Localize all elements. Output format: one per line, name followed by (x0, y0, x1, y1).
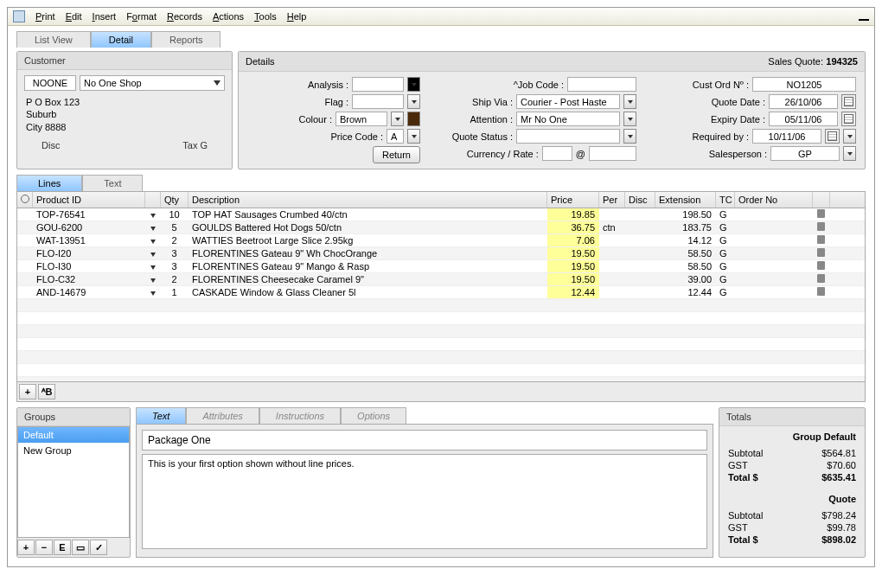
required-dropdown[interactable] (843, 129, 856, 144)
flag-field[interactable] (352, 94, 404, 109)
group-add-button[interactable]: + (17, 540, 35, 555)
grid-body[interactable]: TOP-7654110TOP HAT Sausages Crumbed 40/c… (17, 208, 865, 381)
table-row[interactable]: TOP-7654110TOP HAT Sausages Crumbed 40/c… (17, 208, 865, 221)
col-disc[interactable]: Disc (625, 192, 655, 208)
shipvia-dropdown[interactable] (623, 94, 636, 109)
package-text-field[interactable]: This is your first option shown without … (142, 454, 707, 549)
table-row-empty[interactable] (17, 364, 865, 377)
chevron-down-icon[interactable] (150, 252, 156, 257)
customer-code[interactable]: NOONE (24, 75, 76, 91)
custord-field[interactable]: NO1205 (752, 77, 856, 92)
col-qty[interactable]: Qty (161, 192, 189, 208)
return-button[interactable]: Return (373, 146, 420, 163)
salesperson-field[interactable]: GP (770, 146, 840, 161)
trash-icon[interactable] (817, 222, 825, 231)
shipvia-field[interactable]: Courier - Post Haste (516, 94, 620, 109)
ab-button[interactable]: ᴬB (38, 384, 55, 399)
quotedate-calendar-icon[interactable] (841, 94, 856, 109)
trash-icon[interactable] (817, 209, 825, 218)
table-row-empty[interactable] (17, 325, 865, 338)
group-e-button[interactable]: E (54, 540, 71, 555)
quotestatus-field[interactable] (516, 129, 620, 144)
trash-icon[interactable] (817, 248, 825, 257)
texttab-text[interactable]: Text (136, 407, 186, 424)
expiry-calendar-icon[interactable] (841, 112, 856, 126)
col-order-no[interactable]: Order No (735, 192, 813, 208)
table-row-empty[interactable] (17, 351, 865, 364)
table-row-empty[interactable] (17, 299, 865, 312)
menu-print[interactable]: Print (35, 11, 55, 22)
table-row[interactable]: FLO-C322FLORENTINES Cheesecake Caramel 9… (17, 273, 865, 286)
tab-detail[interactable]: Detail (91, 31, 151, 48)
jobcode-field[interactable] (567, 77, 636, 92)
table-row-empty[interactable] (17, 338, 865, 351)
gear-icon[interactable] (21, 195, 29, 203)
rate-field[interactable] (589, 146, 636, 161)
attention-field[interactable]: Mr No One (516, 112, 620, 126)
menu-help[interactable]: Help (287, 11, 307, 22)
table-row[interactable]: AND-146791CASKADE Window & Glass Cleaner… (17, 286, 865, 299)
required-calendar-icon[interactable] (825, 129, 840, 144)
texttab-attributes[interactable]: Attributes (186, 407, 259, 424)
quotedate-field[interactable]: 26/10/06 (769, 94, 838, 109)
expiry-field[interactable]: 05/11/06 (769, 112, 838, 126)
table-row[interactable]: WAT-139512WATTIES Beetroot Large Slice 2… (17, 234, 865, 247)
col-description[interactable]: Description (189, 192, 547, 208)
subtab-lines[interactable]: Lines (16, 175, 82, 191)
pricecode-field[interactable]: A (387, 129, 404, 144)
texttab-options[interactable]: Options (341, 407, 406, 424)
menu-records[interactable]: Records (167, 11, 202, 22)
customer-name-field[interactable]: No One Shop (80, 75, 225, 91)
flag-dropdown[interactable] (407, 94, 420, 109)
chevron-down-icon[interactable] (150, 214, 156, 218)
col-price[interactable]: Price (547, 192, 599, 208)
group-item-new[interactable]: New Group (18, 443, 129, 458)
menu-format[interactable]: Format (126, 11, 157, 22)
group-box-button[interactable]: ▭ (72, 540, 89, 555)
col-product-id[interactable]: Product ID (33, 192, 145, 208)
attention-dropdown[interactable] (623, 112, 636, 126)
texttab-instructions[interactable]: Instructions (259, 407, 341, 424)
col-extension[interactable]: Extension (655, 192, 716, 208)
colour-field[interactable]: Brown (336, 112, 387, 126)
group-item-default[interactable]: Default (18, 427, 129, 443)
currency-label: Currency / Rate : (438, 149, 539, 159)
chevron-down-icon[interactable] (150, 227, 156, 231)
trash-icon[interactable] (817, 235, 825, 244)
menu-tools[interactable]: Tools (254, 11, 277, 22)
pricecode-dropdown[interactable] (407, 129, 420, 144)
group-remove-button[interactable]: − (35, 540, 53, 555)
required-field[interactable]: 10/11/06 (752, 129, 821, 144)
trash-icon[interactable] (817, 261, 825, 270)
menu-edit[interactable]: Edit (66, 11, 82, 22)
table-row-empty[interactable] (17, 312, 865, 325)
table-row[interactable]: GOU-62005GOULDS Battered Hot Dogs 50/ctn… (17, 221, 865, 234)
group-check-button[interactable]: ✓ (90, 540, 107, 555)
tab-reports[interactable]: Reports (151, 31, 221, 48)
analysis-field[interactable] (352, 77, 404, 92)
customer-dropdown-icon[interactable] (214, 80, 220, 86)
package-title-field[interactable]: Package One (142, 430, 707, 451)
currency-field[interactable] (542, 146, 572, 161)
table-row-empty[interactable] (17, 377, 865, 381)
trash-icon[interactable] (817, 274, 825, 283)
salesperson-dropdown[interactable] (843, 146, 856, 161)
minimize-button[interactable] (859, 19, 869, 21)
col-per[interactable]: Per (599, 192, 625, 208)
table-row[interactable]: FLO-I303FLORENTINES Gateau 9" Mango & Ra… (17, 260, 865, 273)
trash-icon[interactable] (817, 287, 825, 296)
tab-list-view[interactable]: List View (16, 31, 91, 48)
subtab-text[interactable]: Text (82, 175, 143, 191)
chevron-down-icon[interactable] (150, 265, 156, 270)
chevron-down-icon[interactable] (150, 240, 156, 244)
menu-actions[interactable]: Actions (213, 11, 244, 22)
add-line-button[interactable]: + (19, 384, 36, 399)
analysis-dropdown[interactable] (407, 77, 420, 92)
menu-insert[interactable]: Insert (93, 11, 117, 22)
chevron-down-icon[interactable] (150, 278, 156, 283)
chevron-down-icon[interactable] (150, 291, 156, 296)
col-tc[interactable]: TC (716, 192, 735, 208)
table-row[interactable]: FLO-I203FLORENTINES Gateau 9" Wh ChocOra… (17, 247, 865, 260)
colour-dropdown[interactable] (391, 112, 404, 126)
quotestatus-dropdown[interactable] (623, 129, 636, 144)
